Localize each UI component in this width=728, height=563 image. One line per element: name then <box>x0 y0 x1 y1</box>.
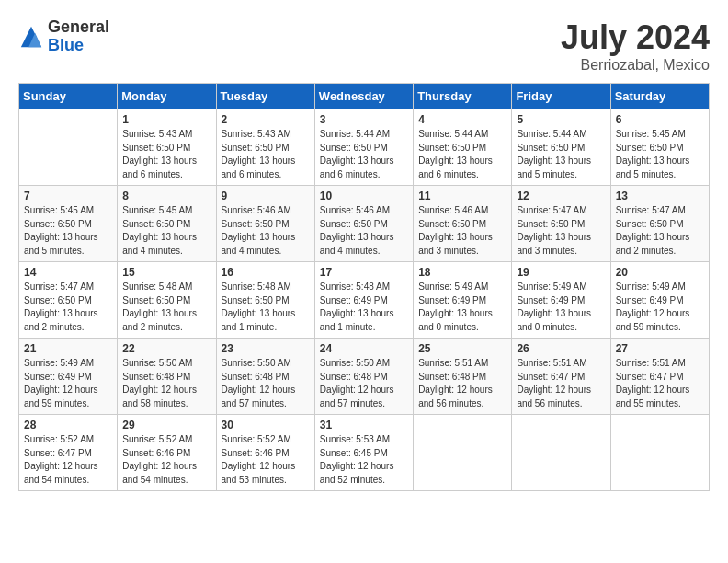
day-info: Sunrise: 5:52 AM Sunset: 6:47 PM Dayligh… <box>24 433 112 487</box>
calendar-cell: 4Sunrise: 5:44 AM Sunset: 6:50 PM Daylig… <box>414 109 512 186</box>
calendar-cell: 14Sunrise: 5:47 AM Sunset: 6:50 PM Dayli… <box>19 262 118 339</box>
day-number: 29 <box>122 419 210 431</box>
calendar-cell: 26Sunrise: 5:51 AM Sunset: 6:47 PM Dayli… <box>512 339 610 415</box>
day-number: 16 <box>222 266 310 279</box>
day-header-saturday: Saturday <box>610 84 709 109</box>
day-number: 12 <box>517 190 605 202</box>
calendar-cell <box>19 109 118 186</box>
title-block: July 2024 Berriozabal, Mexico <box>561 18 710 74</box>
calendar-week-row: 21Sunrise: 5:49 AM Sunset: 6:49 PM Dayli… <box>19 339 710 415</box>
day-info: Sunrise: 5:46 AM Sunset: 6:50 PM Dayligh… <box>320 204 408 258</box>
month-year-title: July 2024 <box>561 18 710 57</box>
day-info: Sunrise: 5:51 AM Sunset: 6:47 PM Dayligh… <box>616 357 704 410</box>
calendar-cell: 16Sunrise: 5:48 AM Sunset: 6:50 PM Dayli… <box>216 262 314 339</box>
calendar-cell: 22Sunrise: 5:50 AM Sunset: 6:48 PM Dayli… <box>118 339 216 415</box>
day-number: 21 <box>24 342 112 355</box>
day-number: 4 <box>418 113 506 126</box>
calendar-cell: 10Sunrise: 5:46 AM Sunset: 6:50 PM Dayli… <box>314 186 413 262</box>
day-number: 8 <box>122 190 210 202</box>
day-number: 31 <box>320 419 408 431</box>
day-header-sunday: Sunday <box>19 84 118 109</box>
calendar-cell: 9Sunrise: 5:46 AM Sunset: 6:50 PM Daylig… <box>216 186 314 262</box>
day-number: 24 <box>320 342 408 355</box>
day-number: 9 <box>222 190 310 202</box>
day-info: Sunrise: 5:53 AM Sunset: 6:45 PM Dayligh… <box>320 433 408 487</box>
calendar-week-row: 7Sunrise: 5:45 AM Sunset: 6:50 PM Daylig… <box>19 186 710 262</box>
logo-blue-text: Blue <box>48 37 109 55</box>
day-info: Sunrise: 5:49 AM Sunset: 6:49 PM Dayligh… <box>418 281 506 334</box>
day-info: Sunrise: 5:50 AM Sunset: 6:48 PM Dayligh… <box>320 357 408 410</box>
day-number: 15 <box>122 266 210 279</box>
day-info: Sunrise: 5:46 AM Sunset: 6:50 PM Dayligh… <box>418 204 506 258</box>
calendar-cell: 24Sunrise: 5:50 AM Sunset: 6:48 PM Dayli… <box>314 339 413 415</box>
day-number: 14 <box>24 266 112 279</box>
day-info: Sunrise: 5:44 AM Sunset: 6:50 PM Dayligh… <box>320 128 408 181</box>
day-info: Sunrise: 5:52 AM Sunset: 6:46 PM Dayligh… <box>122 433 210 487</box>
day-info: Sunrise: 5:50 AM Sunset: 6:48 PM Dayligh… <box>122 357 210 410</box>
day-info: Sunrise: 5:44 AM Sunset: 6:50 PM Dayligh… <box>517 128 605 181</box>
calendar-cell: 30Sunrise: 5:52 AM Sunset: 6:46 PM Dayli… <box>216 415 314 491</box>
calendar-cell: 15Sunrise: 5:48 AM Sunset: 6:50 PM Dayli… <box>118 262 216 339</box>
page-header: General Blue July 2024 Berriozabal, Mexi… <box>18 18 710 74</box>
day-info: Sunrise: 5:49 AM Sunset: 6:49 PM Dayligh… <box>616 281 704 334</box>
calendar-cell: 17Sunrise: 5:48 AM Sunset: 6:49 PM Dayli… <box>314 262 413 339</box>
calendar-table: SundayMondayTuesdayWednesdayThursdayFrid… <box>18 83 710 491</box>
day-number: 20 <box>616 266 704 279</box>
day-info: Sunrise: 5:46 AM Sunset: 6:50 PM Dayligh… <box>222 204 310 258</box>
day-info: Sunrise: 5:51 AM Sunset: 6:48 PM Dayligh… <box>418 357 506 410</box>
day-info: Sunrise: 5:52 AM Sunset: 6:46 PM Dayligh… <box>222 433 310 487</box>
day-info: Sunrise: 5:47 AM Sunset: 6:50 PM Dayligh… <box>517 204 605 258</box>
day-info: Sunrise: 5:51 AM Sunset: 6:47 PM Dayligh… <box>517 357 605 410</box>
calendar-cell: 21Sunrise: 5:49 AM Sunset: 6:49 PM Dayli… <box>19 339 118 415</box>
calendar-cell <box>512 415 610 491</box>
day-number: 3 <box>320 113 408 126</box>
day-number: 26 <box>517 342 605 355</box>
day-number: 27 <box>616 342 704 355</box>
day-info: Sunrise: 5:47 AM Sunset: 6:50 PM Dayligh… <box>24 281 112 334</box>
calendar-cell: 6Sunrise: 5:45 AM Sunset: 6:50 PM Daylig… <box>610 109 709 186</box>
day-number: 22 <box>122 342 210 355</box>
calendar-cell: 27Sunrise: 5:51 AM Sunset: 6:47 PM Dayli… <box>610 339 709 415</box>
day-info: Sunrise: 5:45 AM Sunset: 6:50 PM Dayligh… <box>616 128 704 181</box>
calendar-cell: 23Sunrise: 5:50 AM Sunset: 6:48 PM Dayli… <box>216 339 314 415</box>
day-number: 10 <box>320 190 408 202</box>
calendar-cell: 3Sunrise: 5:44 AM Sunset: 6:50 PM Daylig… <box>314 109 413 186</box>
calendar-week-row: 14Sunrise: 5:47 AM Sunset: 6:50 PM Dayli… <box>19 262 710 339</box>
calendar-cell: 5Sunrise: 5:44 AM Sunset: 6:50 PM Daylig… <box>512 109 610 186</box>
day-number: 5 <box>517 113 605 126</box>
calendar-cell <box>414 415 512 491</box>
calendar-week-row: 1Sunrise: 5:43 AM Sunset: 6:50 PM Daylig… <box>19 109 710 186</box>
day-number: 2 <box>222 113 310 126</box>
day-header-monday: Monday <box>118 84 216 109</box>
calendar-cell: 2Sunrise: 5:43 AM Sunset: 6:50 PM Daylig… <box>216 109 314 186</box>
location-subtitle: Berriozabal, Mexico <box>561 57 710 74</box>
day-header-thursday: Thursday <box>414 84 512 109</box>
day-number: 23 <box>222 342 310 355</box>
calendar-week-row: 28Sunrise: 5:52 AM Sunset: 6:47 PM Dayli… <box>19 415 710 491</box>
day-info: Sunrise: 5:47 AM Sunset: 6:50 PM Dayligh… <box>616 204 704 258</box>
day-number: 17 <box>320 266 408 279</box>
day-info: Sunrise: 5:48 AM Sunset: 6:49 PM Dayligh… <box>320 281 408 334</box>
calendar-cell: 28Sunrise: 5:52 AM Sunset: 6:47 PM Dayli… <box>19 415 118 491</box>
calendar-cell: 1Sunrise: 5:43 AM Sunset: 6:50 PM Daylig… <box>118 109 216 186</box>
day-number: 13 <box>616 190 704 202</box>
logo-icon <box>18 24 44 50</box>
day-number: 11 <box>418 190 506 202</box>
day-number: 30 <box>222 419 310 431</box>
calendar-cell: 11Sunrise: 5:46 AM Sunset: 6:50 PM Dayli… <box>414 186 512 262</box>
day-number: 1 <box>122 113 210 126</box>
calendar-cell <box>610 415 709 491</box>
calendar-cell: 13Sunrise: 5:47 AM Sunset: 6:50 PM Dayli… <box>610 186 709 262</box>
day-number: 28 <box>24 419 112 431</box>
day-header-friday: Friday <box>512 84 610 109</box>
day-info: Sunrise: 5:48 AM Sunset: 6:50 PM Dayligh… <box>222 281 310 334</box>
day-info: Sunrise: 5:45 AM Sunset: 6:50 PM Dayligh… <box>122 204 210 258</box>
day-number: 18 <box>418 266 506 279</box>
calendar-cell: 7Sunrise: 5:45 AM Sunset: 6:50 PM Daylig… <box>19 186 118 262</box>
calendar-cell: 19Sunrise: 5:49 AM Sunset: 6:49 PM Dayli… <box>512 262 610 339</box>
day-info: Sunrise: 5:48 AM Sunset: 6:50 PM Dayligh… <box>122 281 210 334</box>
day-info: Sunrise: 5:50 AM Sunset: 6:48 PM Dayligh… <box>222 357 310 410</box>
day-info: Sunrise: 5:45 AM Sunset: 6:50 PM Dayligh… <box>24 204 112 258</box>
header-row: SundayMondayTuesdayWednesdayThursdayFrid… <box>19 84 710 109</box>
calendar-cell: 29Sunrise: 5:52 AM Sunset: 6:46 PM Dayli… <box>118 415 216 491</box>
